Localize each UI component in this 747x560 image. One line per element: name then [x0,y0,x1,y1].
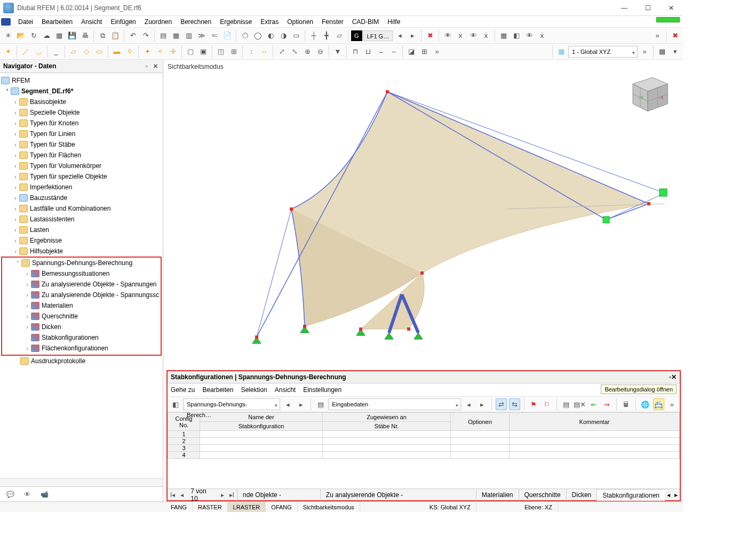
flag-icon[interactable]: ✖ [424,30,436,42]
orientation-cube[interactable]: -Y -X [622,71,673,116]
sel-e-icon[interactable]: ▭ [290,30,302,42]
tree-item-1[interactable]: ›Spezielle Objekte [0,107,163,118]
pmenu-sel[interactable]: Selektion [241,385,267,395]
menu-datei[interactable]: Datei [14,16,37,28]
new-icon[interactable]: ✳ [2,30,14,42]
op-a-icon[interactable]: ✦ [141,46,153,58]
ptb-prev2-icon[interactable]: ◂ [463,398,474,410]
menu-zuordnen[interactable]: Zuordnen [140,16,176,28]
chat-icon[interactable]: 💬 [4,489,16,500]
tree-child-3[interactable]: ›Materialien [2,300,161,311]
lc-next-icon[interactable]: ▸ [407,30,418,42]
undo-icon[interactable]: ↶ [127,30,139,42]
eye-icon[interactable]: 👁 [21,489,33,500]
menu-fenster[interactable]: Fenster [317,16,348,28]
status-vismode[interactable]: Sichtbarkeitsmodus [298,502,360,513]
tree-item-10[interactable]: ›Lastfälle und Kombinationen [0,203,163,214]
ptb-more-icon[interactable]: » [666,398,678,410]
ptb-data-icon[interactable]: ▤ [315,398,326,410]
tab-5[interactable]: Stabkonfigurationen [597,489,665,501]
table-row[interactable]: 3 [168,445,680,452]
vis-c-icon[interactable]: 👁 [467,30,479,42]
tree-item-14[interactable]: ›Hilfsobjekte [0,246,163,257]
tab-last-icon[interactable]: ▸I [227,491,237,499]
table-row[interactable]: 2 [168,438,680,445]
open-icon[interactable]: 📂 [15,30,27,42]
menu-optionen[interactable]: Optionen [283,16,317,28]
view-b-icon[interactable]: ⊔ [362,46,374,58]
table-row[interactable]: 4 [168,452,680,459]
navigator-close-icon[interactable]: ✕ [151,62,160,70]
cs-icon[interactable]: ▦ [555,46,567,58]
sel-d-icon[interactable]: ◑ [277,30,289,42]
tree-child-7[interactable]: ›Flächenkonfigurationen [2,343,161,354]
tab-4[interactable]: Dicken [566,489,597,501]
maximize-button[interactable]: ☐ [636,0,659,16]
mesh-icon[interactable]: ⊞ [418,46,430,58]
tree-item-4[interactable]: ›Typen für Stäbe [0,139,163,150]
op-m-icon[interactable]: ⊖ [314,46,326,58]
tree-child-1[interactable]: ›Zu analysierende Objekte - Spannungen [2,279,161,290]
tree-item-0[interactable]: ›Basisobjekte [0,97,163,107]
panel-icon[interactable]: ▥ [183,30,195,42]
op-f-icon[interactable]: ◫ [215,46,227,58]
navigator-hscroll[interactable] [0,478,163,486]
color-icon[interactable]: ◧ [511,30,522,42]
ortho-icon[interactable]: ╋ [321,30,332,42]
tree-root[interactable]: RFEM [0,75,163,86]
status-ofang[interactable]: OFANG [266,502,298,513]
menu-ansicht[interactable]: Ansicht [77,16,106,28]
arc-icon[interactable]: ◡ [33,46,44,58]
solid-a-icon[interactable]: ▬ [111,46,123,58]
tree-item-13[interactable]: ›Ergebnisse [0,235,163,246]
dim-icon[interactable]: ẋ [536,30,548,42]
sel-a-icon[interactable]: ⬠ [239,30,251,42]
surf-b-icon[interactable]: ◇ [81,46,92,58]
ptb-link-b-icon[interactable]: ⇆ [509,398,520,410]
ptb-flag2-icon[interactable]: ⚐ [542,398,553,410]
ptb-globe-icon[interactable]: 🌐 [640,398,651,410]
op-h-icon[interactable]: ↕ [245,46,257,58]
copy-icon[interactable]: ⧉ [97,30,108,42]
member-icon[interactable]: ⎯ [50,46,62,58]
tb2-more2-icon[interactable]: » [639,46,650,58]
tree-file[interactable]: ˅Segment_DE.rf6* [0,86,163,97]
surf-c-icon[interactable]: ▭ [93,46,105,58]
op-b-icon[interactable]: ✧ [154,46,166,58]
tab-first-icon[interactable]: I◂ [168,491,178,499]
menu-extras[interactable]: Extras [256,16,283,28]
tab-scroll-right-icon[interactable]: ▸ [672,491,680,499]
tree-item-2[interactable]: ›Typen für Knoten [0,118,163,129]
navigator-tree[interactable]: RFEM ˅Segment_DE.rf6* ›Basisobjekte›Spez… [0,73,163,478]
workplane-icon[interactable]: ▩ [656,46,668,58]
op-k-icon[interactable]: ⤡ [289,46,300,58]
script-icon[interactable]: SC [209,30,220,42]
tab-2[interactable]: Materialien [476,489,519,501]
panel-category-dropdown[interactable]: Spannungs-Dehnungs-Berech… [183,398,280,410]
block-icon[interactable]: ▦ [53,30,65,42]
pmenu-edit[interactable]: Bearbeiten [202,385,233,395]
lc-prev-icon[interactable]: ◂ [394,30,406,42]
camera-icon[interactable]: 📹 [38,489,50,500]
loadcase-type[interactable]: G [351,30,362,41]
solid-icon[interactable]: ◪ [406,46,417,58]
view-a-icon[interactable]: ⊓ [349,46,361,58]
tree-child-6[interactable]: Stabkonfigurationen [2,332,161,343]
tree-item-3[interactable]: ›Typen für Linien [0,129,163,139]
tab-scroll-left-icon[interactable]: ◂ [665,491,672,499]
ptb-left-icon[interactable]: ⇐ [588,398,599,410]
tree-stress-strain[interactable]: ˅Spannungs-Dehnungs-Berechnung [2,258,161,268]
tb2-dd-icon[interactable]: ▾ [669,46,681,58]
ptb-next-icon[interactable]: ▸ [296,398,307,410]
tree-child-0[interactable]: ›Bemessungssituationen [2,268,161,279]
menu-cadbim[interactable]: CAD-BIM [348,16,384,28]
tree-child-4[interactable]: ›Querschnitte [2,311,161,322]
tb2-more-icon[interactable]: » [431,46,443,58]
solid-b-icon[interactable]: ◊ [124,46,136,58]
tab-next-icon[interactable]: ▸ [218,491,227,499]
vis-a-icon[interactable]: 👁 [442,30,454,42]
table-row[interactable]: 1 [168,431,680,438]
table-icon[interactable]: ▦ [170,30,182,42]
menu-bearbeiten[interactable]: Bearbeiten [37,16,77,28]
ptb-link-a-icon[interactable]: ⇄ [496,398,507,410]
